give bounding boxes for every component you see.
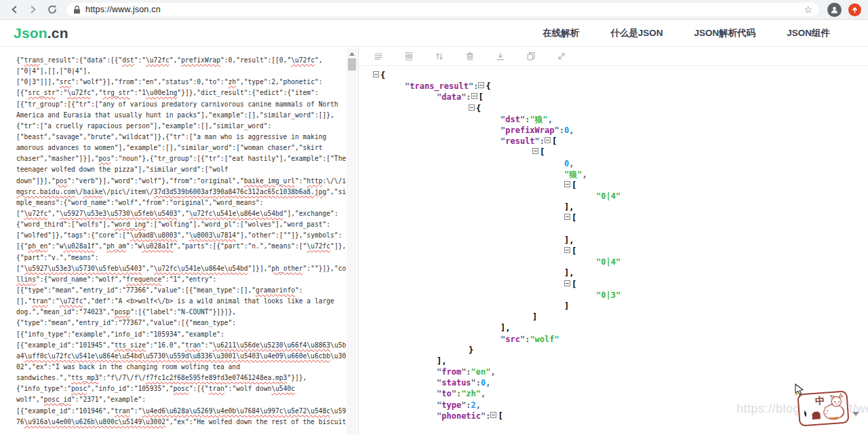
profile-avatar[interactable] — [827, 3, 842, 17]
spellcheck-squiggle: \u540c — [271, 384, 295, 393]
collapse-toggle-icon[interactable] — [478, 82, 484, 88]
spellcheck-squiggle: ph_en — [28, 242, 47, 250]
json-token: ": — [469, 81, 478, 91]
sort-button[interactable] — [435, 52, 444, 61]
collapse-toggle-icon[interactable] — [471, 93, 477, 99]
json-token: [ — [572, 280, 576, 289]
collapse-toggle-icon[interactable] — [564, 181, 570, 187]
spellcheck-squiggle: mgsrc.baidu.com — [16, 187, 75, 196]
collapse-toggle-icon[interactable] — [373, 71, 379, 77]
editor-line: {"word_third":["wolfs"],"word_ing":["wol… — [16, 219, 348, 230]
json-token: ": — [481, 411, 490, 421]
bookmark-star-icon[interactable]: ☆ — [804, 5, 812, 14]
json-token: , — [569, 126, 574, 135]
download-icon — [496, 52, 505, 61]
compress-button[interactable] — [374, 52, 383, 61]
nav-what-is-json[interactable]: 什么是JSON — [610, 27, 663, 39]
editor-line: wolf","posc_id":"2371","example": — [16, 394, 348, 405]
json-token: , — [476, 400, 481, 410]
spellcheck-squiggle: src — [60, 77, 71, 86]
spellcheck-squiggle: baike — [83, 187, 102, 196]
collapse-toggle-icon[interactable] — [545, 137, 551, 143]
editor-line: 02","ex":"I was back in the changing roo… — [16, 362, 348, 373]
editor-line: ["beast","savage","brute","wildcat"]},{"… — [16, 132, 348, 143]
forward-button[interactable] — [26, 2, 41, 17]
copy-button[interactable] — [526, 52, 536, 61]
spellcheck-squiggle: tts_size — [115, 341, 146, 349]
cursor-pointer-icon — [794, 383, 805, 396]
spellcheck-squiggle: pos — [56, 176, 67, 185]
json-tree-row: ], — [373, 235, 868, 246]
expand-button[interactable] — [557, 52, 566, 61]
logo-primary: Json — [14, 25, 47, 41]
json-token: } — [469, 345, 473, 355]
spellcheck-squiggle: tran — [185, 341, 201, 349]
spellcheck-squiggle: posc — [174, 384, 189, 393]
spellcheck-squiggle: \u916a\u4e00\u626b\u800c\u5149\u3002 — [24, 417, 165, 426]
editor-line: ["0|4"],[],["0|4"], — [16, 66, 348, 77]
expand-icon — [557, 52, 566, 61]
spellcheck-squiggle: \u00e1ng — [146, 88, 177, 97]
spellcheck-squiggle: \u028a1f — [142, 242, 173, 250]
json-token: , — [548, 115, 553, 124]
collapse-toggle-icon[interactable] — [490, 412, 496, 418]
editor-line: teenager wolfed down the pizza"],"simila… — [16, 164, 348, 175]
json-token: ], — [564, 202, 574, 212]
json-tree-row: 0, — [373, 158, 868, 169]
mascot-sticker: 中 — [797, 390, 849, 426]
json-token: trans_result — [410, 81, 469, 91]
logo-suffix: .cn — [47, 25, 68, 41]
nav-online-parse[interactable]: 在线解析 — [542, 27, 579, 39]
escape-button[interactable] — [404, 52, 414, 61]
json-tree-row: "0|3" — [373, 290, 868, 301]
json-token: , — [569, 159, 574, 168]
json-token: { — [486, 81, 490, 91]
url-bar[interactable]: https://www.json.cn ☆ — [66, 3, 819, 16]
spellcheck-squiggle: llins — [16, 275, 36, 284]
json-token: ": — [554, 126, 564, 135]
json-token: ], — [564, 235, 574, 245]
spellcheck-squiggle: \uff0c\u72fc\u541e\u864e\u54bd\u5730\u55… — [24, 352, 330, 360]
collapse-toggle-icon[interactable] — [532, 148, 538, 154]
site-header: Json.cn 在线解析 什么是JSON JSON解析代码 JSON组件 — [0, 20, 868, 47]
collapse-toggle-icon[interactable] — [564, 214, 570, 220]
nav-json-components[interactable]: JSON组件 — [787, 27, 830, 39]
json-tree-row: [ — [373, 180, 868, 191]
json-tree-row — [373, 224, 868, 235]
editor-line: down"]}],"pos":"verb"}],"word":"wolf"},"… — [16, 176, 348, 187]
json-token: ], — [500, 323, 510, 333]
site-logo[interactable]: Json.cn — [14, 25, 68, 41]
json-token: ": — [535, 136, 545, 146]
json-tree-row: } — [373, 345, 868, 356]
json-token: , — [481, 389, 486, 398]
scrollbar-thumb[interactable] — [348, 58, 356, 71]
spellcheck-squiggle: gramarinfo — [256, 286, 295, 295]
editor-scrollbar[interactable] — [347, 48, 357, 435]
json-tree: {"trans_result":{"data":[{"dst":"狼","pre… — [359, 66, 868, 421]
json-input-editor[interactable]: {"trans_result":{"data":[{"dst":"\u72fc"… — [0, 47, 359, 435]
collapse-toggle-icon[interactable] — [469, 105, 475, 111]
collapse-toggle-icon[interactable] — [564, 280, 570, 286]
editor-text[interactable]: {"trans_result":{"data":[{"dst":"\u72fc"… — [16, 55, 348, 432]
json-tree-row: ] — [373, 311, 868, 322]
update-badge[interactable] — [848, 3, 861, 16]
spellcheck-squiggle: \u72fc — [307, 242, 330, 250]
editor-line: [{"src_str":"\u72fc","trg_str":"1\u00e1n… — [16, 88, 348, 98]
scrollbar-up-button[interactable] — [347, 50, 357, 58]
url-text[interactable]: https://www.json.cn — [85, 5, 799, 14]
delete-button[interactable] — [465, 52, 475, 61]
download-button[interactable] — [496, 52, 505, 61]
json-token: ": — [461, 400, 471, 410]
reload-button[interactable] — [45, 2, 60, 17]
json-tree-row: { — [373, 103, 868, 114]
back-button[interactable] — [7, 2, 22, 17]
editor-line: dog.","mean_id":"74023","posp":[{"label"… — [16, 307, 348, 318]
collapse-toggle-icon[interactable] — [564, 247, 570, 253]
nav-json-parse-code[interactable]: JSON解析代码 — [694, 27, 755, 39]
json-token: src — [505, 335, 520, 344]
json-tree-row: "data":[ — [373, 92, 868, 102]
json-tree-row: "狼", — [373, 169, 868, 180]
json-token: [ — [498, 411, 502, 421]
editor-line: {"type":"mean","entry_id":"77367","value… — [16, 318, 348, 328]
json-tree-row: "0|4" — [373, 257, 868, 267]
